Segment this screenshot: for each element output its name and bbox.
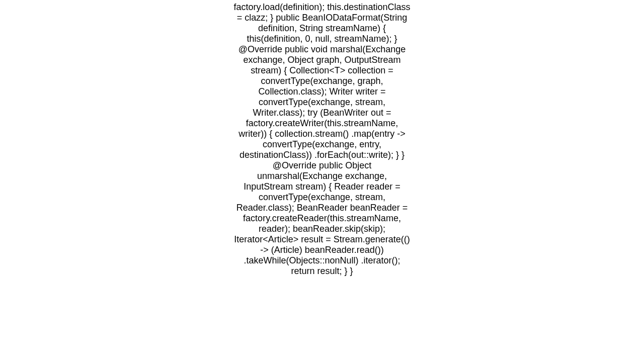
code-snippet: factory.load(definition); this.destinati… <box>231 0 413 277</box>
